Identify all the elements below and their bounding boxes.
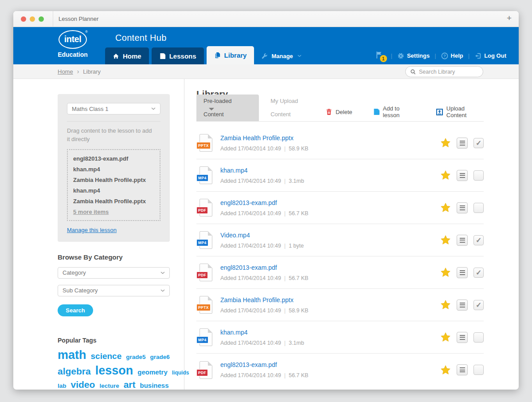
intel-education-logo: intel ® Education [57, 30, 88, 58]
new-tab-button[interactable]: + [507, 13, 512, 23]
tab-preloaded-content[interactable]: Pre-loaded Content [196, 95, 259, 121]
category-search-button[interactable]: Search [58, 304, 93, 316]
search-input[interactable] [419, 69, 477, 75]
tag-math[interactable]: math [58, 348, 86, 362]
tag-lab[interactable]: lab [58, 382, 66, 389]
file-info: khan.mp4 Added 17/04/2014 10:49|3.1mb [220, 329, 304, 346]
file-name-link[interactable]: Zambia Health Profile.pptx [220, 134, 309, 142]
favorite-star-icon[interactable] [440, 332, 451, 343]
page-fold-icon [208, 231, 212, 236]
file-name-link[interactable]: engl82013-exam.pdf [220, 264, 309, 271]
delete-button[interactable]: Delete [325, 108, 352, 115]
tag-lecture[interactable]: lecture [99, 382, 119, 389]
nav-tab-home[interactable]: Home [105, 47, 149, 64]
row-menu-button[interactable] [457, 332, 468, 343]
nav-tab-library[interactable]: Library [207, 46, 254, 64]
favorite-star-icon[interactable] [440, 365, 451, 375]
favorite-star-icon[interactable] [440, 300, 451, 310]
lesson-item[interactable]: engl82013-exam.pdf [73, 154, 154, 164]
file-name-link[interactable]: engl82013-exam.pdf [220, 199, 309, 206]
lesson-item[interactable]: khan.mp4 [73, 185, 154, 196]
file-added-date: Added 17/04/2014 10:49 [220, 178, 281, 184]
page-fold-icon [208, 264, 212, 268]
row-checkbox[interactable] [473, 235, 484, 245]
sidebar: Maths Class 1 Drag content to the lesson… [13, 79, 184, 390]
row-menu-button[interactable] [457, 364, 468, 375]
category-select[interactable]: Category [58, 267, 170, 279]
favorite-star-icon[interactable] [440, 267, 451, 278]
row-checkbox[interactable] [473, 300, 484, 310]
file-row: MP4 khan.mp4 Added 17/04/2014 10:49|3.1m… [196, 321, 484, 354]
row-menu-button[interactable] [457, 300, 468, 311]
row-menu-button[interactable] [457, 267, 468, 278]
manage-lesson-link[interactable]: Manage this lesson [67, 227, 117, 233]
row-checkbox[interactable] [473, 268, 484, 278]
tag-business[interactable]: business [140, 382, 169, 389]
tag-video[interactable]: video [71, 379, 95, 390]
row-checkbox[interactable] [473, 203, 484, 213]
meta-separator: | [284, 307, 286, 314]
file-name-link[interactable]: khan.mp4 [220, 167, 304, 174]
app-title: Content Hub [115, 33, 167, 43]
meta-separator: | [284, 243, 286, 249]
search-icon [410, 69, 416, 75]
log-out-button[interactable]: Log Out [474, 52, 506, 59]
file-name-link[interactable]: engl82013-exam.pdf [220, 361, 309, 368]
lesson-item[interactable]: Zambia Health Profile.pptx [73, 175, 154, 185]
favorite-star-icon[interactable] [440, 235, 451, 245]
nav-tab-manage[interactable]: Manage [257, 47, 305, 64]
upload-content-button[interactable]: Upload Content [436, 105, 484, 118]
file-name-link[interactable]: Zambia Health Profile.pptx [220, 296, 309, 303]
add-to-lesson-button[interactable]: Add to lesson [373, 105, 415, 118]
file-meta: Added 17/04/2014 10:49|3.1mb [220, 178, 304, 184]
tag-geometry[interactable]: geometry [137, 368, 168, 376]
favorite-star-icon[interactable] [440, 202, 451, 213]
row-menu-button[interactable] [457, 138, 468, 149]
file-size: 56.7 KB [289, 372, 308, 378]
nav-tab-lessons[interactable]: Lessons [152, 47, 204, 64]
lesson-item[interactable]: khan.mp4 [73, 164, 154, 175]
row-menu-button[interactable] [457, 202, 468, 213]
file-name-link[interactable]: Video.mp4 [220, 232, 304, 239]
row-checkbox[interactable] [473, 332, 484, 343]
row-menu-button[interactable] [457, 170, 468, 181]
more-items-link[interactable]: 5 more items [73, 207, 109, 217]
row-checkbox[interactable] [473, 138, 484, 148]
breadcrumb-home-link[interactable]: Home [58, 68, 73, 75]
tag-lesson[interactable]: lesson [95, 364, 133, 378]
tag-science[interactable]: science [91, 351, 122, 361]
file-size: 3.1mb [289, 340, 304, 346]
lesson-item[interactable]: Zambia Health Profile.pptx [73, 196, 154, 207]
tag-grade5[interactable]: grade5 [126, 354, 145, 360]
file-size: 58.9 KB [289, 307, 308, 314]
lesson-select[interactable]: Maths Class 1 [67, 103, 160, 114]
tag-art[interactable]: art [124, 379, 136, 390]
tag-algebra[interactable]: algebra [58, 366, 91, 377]
minimize-window-button[interactable] [30, 16, 35, 22]
zoom-window-button[interactable] [39, 16, 44, 22]
notifications-flag-button[interactable]: 1 [376, 51, 386, 60]
lesson-drop-zone[interactable]: engl82013-exam.pdfkhan.mp4Zambia Health … [67, 149, 160, 221]
nav-tab-label: Manage [271, 53, 293, 59]
lesson-select-value: Maths Class 1 [72, 106, 151, 112]
row-menu-button[interactable] [457, 235, 468, 246]
file-name-link[interactable]: khan.mp4 [220, 329, 304, 336]
action-label: Add to lesson [383, 105, 415, 118]
tag-row: algebralessongeometryliquids [58, 364, 170, 378]
tab-my-upload-content[interactable]: My Upload Content [263, 95, 325, 121]
subcategory-select[interactable]: Sub Category [58, 285, 170, 296]
tag-row: mathsciencegrade5grade6 [58, 348, 170, 362]
close-window-button[interactable] [21, 16, 26, 22]
favorite-star-icon[interactable] [440, 138, 451, 148]
row-checkbox[interactable] [473, 365, 484, 375]
settings-button[interactable]: Settings [397, 52, 430, 59]
popular-tags-heading: Popular Tags [58, 337, 170, 344]
favorite-star-icon[interactable] [440, 170, 451, 181]
subcategory-select-value: Sub Category [63, 287, 160, 294]
meta-separator: | [284, 340, 286, 346]
tag-grade6[interactable]: grade6 [150, 354, 170, 360]
row-checkbox[interactable] [473, 170, 484, 181]
help-button[interactable]: ?Help [441, 52, 463, 59]
browser-tab-title: Lesson Planner [53, 16, 98, 22]
file-info: Zambia Health Profile.pptx Added 17/04/2… [220, 296, 309, 314]
